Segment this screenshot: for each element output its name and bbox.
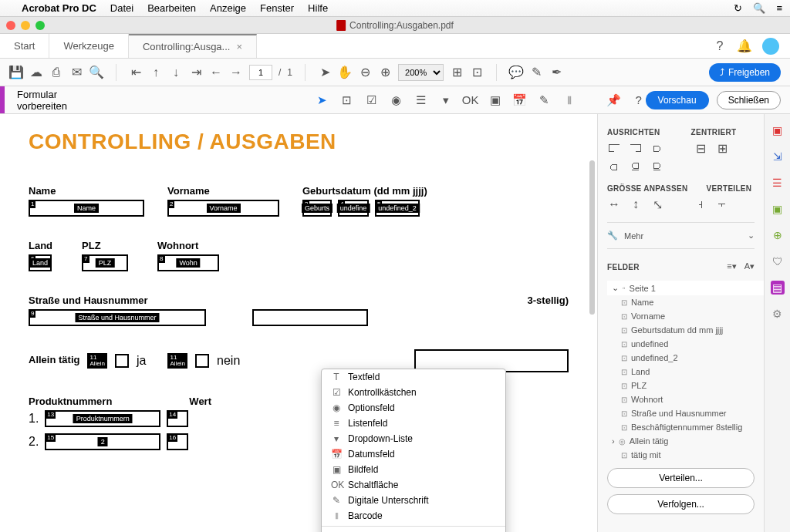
save-icon[interactable]: 💾 [9,66,23,79]
page-number-input[interactable] [249,65,272,80]
tree-field-item[interactable]: ⊡Geburtsdatum dd mm jjjj [607,323,755,337]
sort-icon[interactable]: ≡▾ [727,261,736,271]
contextmenu-item[interactable]: Einfügen⌘V [322,529,505,532]
barcode-tool-icon[interactable]: ⦀ [562,93,576,107]
rail-stamp-icon[interactable]: ▣ [771,202,785,216]
rail-combine-icon[interactable]: ⊕ [771,228,785,242]
zoom-in-icon[interactable]: ⊕ [378,66,392,79]
formbar-help-icon[interactable]: ? [632,93,646,107]
mail-icon[interactable]: ✉ [69,66,83,79]
contextmenu-item[interactable]: ◉Optionsfeld [322,400,505,416]
print-icon[interactable]: ⎙ [49,66,63,79]
verteilen-button[interactable]: Verteilen... [607,468,755,488]
tree-field-item[interactable]: ⊡Land [607,365,755,379]
contextmenu-item[interactable]: TTextfeld [322,369,505,385]
comment-icon[interactable]: 💬 [509,66,523,79]
font-size-icon[interactable]: A▾ [744,261,755,271]
radio-tool-icon[interactable]: ◉ [390,93,403,107]
tree-allein-taetig[interactable]: › ◎ Allein tätig [607,434,755,448]
pin-icon[interactable]: 📌 [607,93,621,107]
menu-bearbeiten[interactable]: Bearbeiten [147,2,196,14]
date-tool-icon[interactable]: 📅 [513,93,527,107]
align-bottom-icon[interactable]: ⫒ [650,160,664,173]
nav-next-icon[interactable]: → [229,66,243,79]
tab-document[interactable]: Controlling:Ausga... × [129,34,257,58]
rail-export-icon[interactable]: ⇲ [771,150,785,163]
highlight-icon[interactable]: ✎ [529,66,543,79]
tree-field-item[interactable]: ⊡undefined [607,337,755,351]
distribute-v-icon[interactable]: ⫟ [715,197,729,211]
checkbox-tool-icon[interactable]: ☑ [365,93,379,107]
center-h-icon[interactable]: ⊟ [694,141,707,155]
menu-datei[interactable]: Datei [110,2,133,14]
field-name[interactable]: 1Name [29,200,144,217]
fit-width-icon[interactable]: ⊞ [450,66,464,79]
menu-app[interactable]: Acrobat Pro DC [22,2,96,14]
field-wert-2[interactable]: 16 [167,433,188,450]
align-top-icon[interactable]: ⫏ [607,160,621,173]
size-h-icon[interactable]: ↕ [629,197,643,211]
tab-close-icon[interactable]: × [236,41,242,52]
rp-mehr-label[interactable]: Mehr [624,231,643,241]
tab-start[interactable]: Start [0,34,49,58]
contextmenu-item[interactable]: ≡Listenfeld [322,416,505,431]
align-right-icon[interactable]: ⫐ [650,141,664,155]
close-formmode-button[interactable]: Schließen [717,91,781,109]
rail-edit-icon[interactable]: ☰ [771,176,785,190]
search-icon[interactable]: 🔍 [753,2,765,14]
contextmenu-item[interactable]: ☑Kontrollkästchen [322,385,505,400]
field-vorname[interactable]: 2Vorname [167,200,279,217]
field-land[interactable]: 6Land [29,254,52,271]
nav-up-icon[interactable]: ↑ [149,66,163,79]
fit-page-icon[interactable]: ⊡ [470,66,484,79]
contextmenu-item[interactable]: 📅Datumsfeld [322,446,505,462]
field-produkt-2[interactable]: 152 [45,433,160,450]
scrollbar-thumb[interactable] [589,160,595,315]
tab-tools[interactable]: Werkzeuge [49,34,129,58]
field-beschaeftigten[interactable] [252,309,368,326]
field-wert-1[interactable]: 14 [167,410,188,427]
align-center-icon[interactable]: ⫎ [629,141,643,155]
select-tool-icon[interactable]: ➤ [316,93,329,107]
size-both-icon[interactable]: ⤡ [650,197,664,211]
field-geburts-mm[interactable]: 4undefine [338,200,369,217]
zoom-select[interactable]: 200% [398,64,444,81]
field-strasse[interactable]: 9Straße und Hausnummer [29,309,206,326]
sync-icon[interactable]: ↻ [734,2,742,14]
distribute-h-icon[interactable]: ⫞ [694,197,707,211]
nav-prev-icon[interactable]: ← [209,66,223,79]
rail-protect-icon[interactable]: 🛡 [771,254,785,268]
signature-tool-icon[interactable]: ✎ [538,93,552,107]
close-window-button[interactable] [6,21,15,30]
tree-field-item[interactable]: ⊡Straße und Hausnummer [607,406,755,420]
tree-page-1[interactable]: ⌄ ▫ Seite 1 [607,281,764,295]
rail-forms-icon[interactable]: ▤ [771,281,785,295]
align-left-icon[interactable]: ⫍ [607,141,621,155]
tree-taetig-mit[interactable]: ⊡ tätig mit [607,448,755,462]
contextmenu-item[interactable]: ✎Digitale Unterschrift [322,493,505,508]
checkbox-nein[interactable] [195,354,209,368]
zoom-out-icon[interactable]: ⊖ [358,66,372,79]
center-v-icon[interactable]: ⊞ [715,141,729,155]
button-tool-icon[interactable]: OK [464,93,478,107]
contextmenu-item[interactable]: ▾Dropdown-Liste [322,431,505,446]
tree-field-item[interactable]: ⊡Wohnort [607,392,755,406]
tree-field-item[interactable]: ⊡Vorname [607,309,755,323]
maximize-window-button[interactable] [35,21,45,30]
notification-icon[interactable]: 🔔 [738,39,751,53]
menu-fenster[interactable]: Fenster [260,2,294,14]
listbox-tool-icon[interactable]: ☰ [414,93,428,107]
tree-field-item[interactable]: ⊡Beschäftigtennummer 8stellig [607,420,755,434]
hand-icon[interactable]: ✋ [338,66,352,79]
sign-icon[interactable]: ✒ [549,66,563,79]
size-w-icon[interactable]: ↔ [607,197,621,211]
image-tool-icon[interactable]: ▣ [488,93,502,107]
field-wohnort[interactable]: 8Wohn [157,254,219,271]
field-geburts-dd[interactable]: 3Geburts [302,200,332,217]
menu-extra-icon[interactable]: ≡ [776,2,782,14]
contextmenu-item[interactable]: OKSchaltfläche [322,477,505,493]
user-avatar[interactable] [762,38,779,55]
dropdown-tool-icon[interactable]: ▾ [439,93,453,107]
tree-field-item[interactable]: ⊡Name [607,295,755,309]
share-button[interactable]: ⤴Freigeben [709,63,781,82]
